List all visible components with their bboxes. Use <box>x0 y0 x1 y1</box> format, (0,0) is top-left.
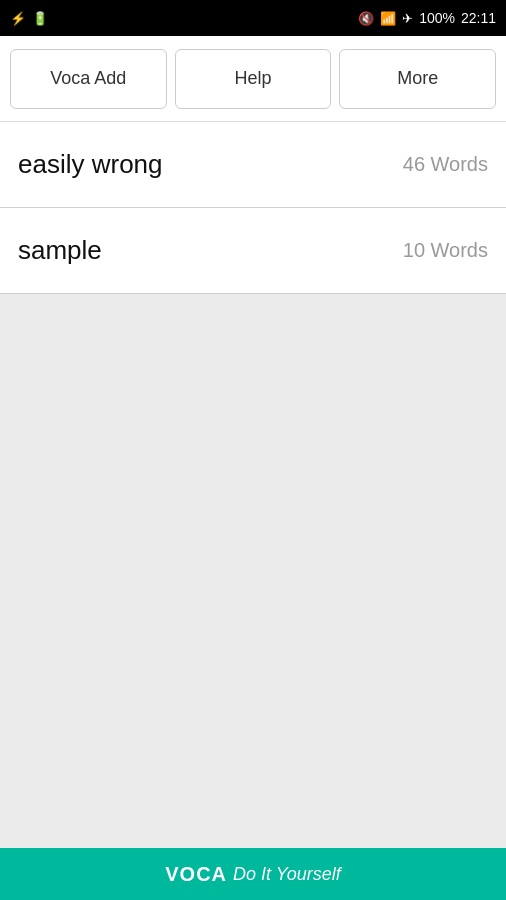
wifi-icon: 📶 <box>380 11 396 26</box>
battery-icon: 🔋 <box>32 11 48 26</box>
voca-add-button[interactable]: Voca Add <box>10 49 167 109</box>
status-bar: ⚡ 🔋 🔇 📶 ✈ 100% 22:11 <box>0 0 506 36</box>
help-button[interactable]: Help <box>175 49 332 109</box>
item-word-count: 10 Words <box>403 239 488 262</box>
item-name: sample <box>18 235 102 266</box>
more-button[interactable]: More <box>339 49 496 109</box>
clock: 22:11 <box>461 10 496 26</box>
item-name: easily wrong <box>18 149 163 180</box>
list-item[interactable]: easily wrong 46 Words <box>0 122 506 208</box>
bottom-bar: VOCA Do It Yourself <box>0 848 506 900</box>
airplane-icon: ✈ <box>402 11 413 26</box>
mute-icon: 🔇 <box>358 11 374 26</box>
toolbar: Voca Add Help More <box>0 36 506 122</box>
brand-tagline: Do It Yourself <box>233 864 341 885</box>
usb-icon: ⚡ <box>10 11 26 26</box>
vocabulary-list: easily wrong 46 Words sample 10 Words <box>0 122 506 848</box>
brand-name: VOCA <box>165 863 227 886</box>
item-word-count: 46 Words <box>403 153 488 176</box>
battery-percentage: 100% <box>419 10 455 26</box>
list-item[interactable]: sample 10 Words <box>0 208 506 294</box>
status-bar-right-info: 🔇 📶 ✈ 100% 22:11 <box>358 10 496 26</box>
status-bar-left-icons: ⚡ 🔋 <box>10 11 48 26</box>
